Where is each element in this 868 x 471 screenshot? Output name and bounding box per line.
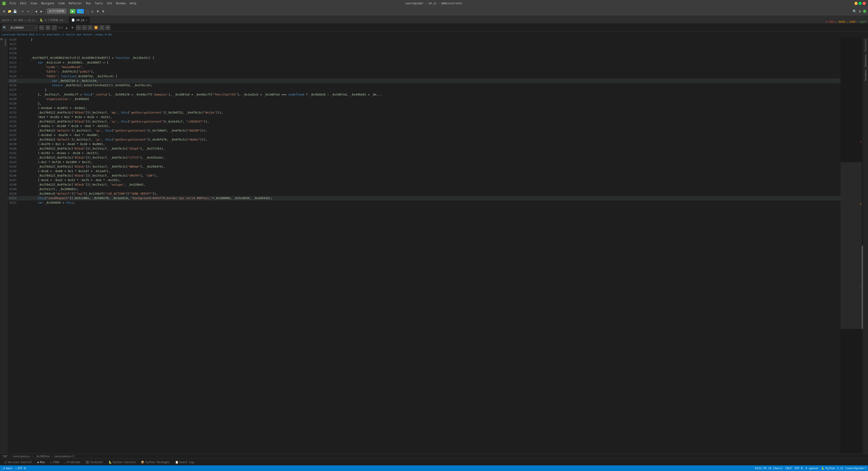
fold-icon[interactable] xyxy=(19,160,23,164)
fold-icon[interactable] xyxy=(19,115,23,120)
fold-icon[interactable] xyxy=(19,79,23,83)
search-filter-1[interactable]: ⇅ xyxy=(76,25,81,30)
fold-icon[interactable] xyxy=(19,69,23,74)
project-tree-icon[interactable] xyxy=(0,38,2,40)
menu-file[interactable]: File xyxy=(8,1,18,5)
fold-icon[interactable] xyxy=(19,101,23,106)
fold-icon[interactable] xyxy=(19,42,23,46)
open-icon[interactable]: 📁 xyxy=(7,9,12,13)
fold-icon[interactable] xyxy=(19,146,23,151)
fold-icon[interactable] xyxy=(19,200,23,205)
fold-icon[interactable] xyxy=(19,65,23,69)
minimize-button[interactable] xyxy=(855,2,858,5)
fold-icon[interactable]: ▾ xyxy=(19,56,23,60)
menu-code[interactable]: Code xyxy=(57,1,67,5)
fold-icon[interactable] xyxy=(19,156,23,160)
bottom-tab-todo[interactable]: ☑ TODO xyxy=(49,460,61,464)
fold-icon[interactable] xyxy=(19,83,23,88)
bottom-tab-python-console[interactable]: 🐍 Python Console xyxy=(106,460,137,464)
fold-icon[interactable] xyxy=(19,151,23,156)
back-icon[interactable]: ◀ xyxy=(34,9,38,13)
tab-close-py[interactable]: ✕ xyxy=(65,19,66,22)
fold-icon[interactable] xyxy=(19,88,23,92)
minimap-scroll[interactable] xyxy=(840,162,863,329)
search-filter-3[interactable]: ⊕ xyxy=(88,25,93,30)
case-sensitive-option[interactable]: Cc xyxy=(39,25,44,30)
undo-icon[interactable]: ↩ xyxy=(21,9,25,13)
replace-button[interactable]: ⇄ 3个别替换 xyxy=(47,8,66,14)
fold-icon[interactable] xyxy=(19,128,23,133)
fold-icon[interactable] xyxy=(19,97,23,101)
position-status[interactable]: 6151:79 (9 chars) xyxy=(755,467,783,470)
search-filter-4[interactable]: 🔽 xyxy=(94,25,98,30)
menu-refactor[interactable]: Refactor xyxy=(67,1,84,5)
fold-icon[interactable] xyxy=(19,137,23,142)
database-tab[interactable]: Database xyxy=(864,69,867,81)
fold-icon[interactable] xyxy=(19,120,23,124)
structure-tab[interactable]: Structure xyxy=(864,38,867,52)
regex-option[interactable]: .* xyxy=(52,25,57,30)
search-next-button[interactable]: ▼ xyxy=(70,26,74,30)
fold-icon[interactable] xyxy=(19,133,23,137)
whole-word-option[interactable]: W xyxy=(45,25,51,30)
more-run-icon[interactable]: ▼ xyxy=(96,9,100,13)
tab-v4js[interactable]: 📄 v4.js ✕ xyxy=(69,17,90,24)
save-icon[interactable]: 💾 xyxy=(12,9,17,13)
bottom-tab-terminal[interactable]: ⬛ Terminal xyxy=(84,460,105,464)
fold-icon[interactable] xyxy=(19,192,23,196)
bottom-tab-version-control[interactable]: ⎇ Version Control xyxy=(2,460,34,464)
forward-icon[interactable]: ▶ xyxy=(39,9,44,13)
user-avatar[interactable] xyxy=(863,10,866,13)
bottom-tab-event-log[interactable]: 📋 Event Log xyxy=(173,460,196,464)
bottom-tab-python-packages[interactable]: 📦 Python Packages xyxy=(139,460,171,464)
fold-icon[interactable]: ▾ xyxy=(19,92,23,97)
search-everywhere-icon[interactable]: 🔍 xyxy=(852,9,857,13)
fold-icon[interactable] xyxy=(19,196,23,200)
encoding-status[interactable]: ⚠ UTF-8 xyxy=(15,467,26,470)
fold-icon[interactable]: ▾ xyxy=(19,74,23,79)
bookmarks-tab[interactable]: Bookmarks xyxy=(864,54,867,68)
menu-navigate[interactable]: Navigate xyxy=(39,1,56,5)
menu-help[interactable]: Help xyxy=(128,1,138,5)
fold-icon[interactable] xyxy=(19,182,23,187)
settings-icon[interactable]: ⚙ xyxy=(858,9,862,13)
bottom-tab-problems[interactable]: ⚠ Problems xyxy=(63,460,82,464)
minimap-thumb[interactable] xyxy=(862,245,863,329)
line-ending-status[interactable]: CRLF xyxy=(785,467,792,470)
search-filter-6[interactable]: ▼ xyxy=(105,25,110,30)
fold-icon[interactable] xyxy=(19,46,23,51)
search-close[interactable]: ✕ xyxy=(35,26,37,29)
indent-status[interactable]: 4 spaces xyxy=(806,467,819,470)
menu-view[interactable]: View xyxy=(29,1,39,5)
fold-icon[interactable]: ▾ xyxy=(19,60,23,65)
fold-icon[interactable] xyxy=(19,110,23,115)
fold-icon[interactable] xyxy=(19,187,23,192)
search-prev-button[interactable]: ▲ xyxy=(64,26,69,30)
stop-icon[interactable]: ⬛ xyxy=(85,9,89,13)
fold-icon[interactable] xyxy=(19,51,23,56)
encoding-status-right[interactable]: UTF-8 xyxy=(795,467,803,470)
debug-button[interactable]: 🐛 xyxy=(77,9,84,13)
menu-vcs[interactable]: VCS xyxy=(105,1,114,5)
search-filter-5[interactable]: ⊘ xyxy=(99,25,104,30)
search-filter-2[interactable]: ≡ xyxy=(82,25,87,30)
new-file-icon[interactable]: ⊞ xyxy=(2,9,6,13)
fold-icon[interactable] xyxy=(19,178,23,182)
learn-tab[interactable]: Learn xyxy=(4,38,7,47)
python-version-status[interactable]: 🐍 Python 3.11 (LearnSpider) xyxy=(821,467,866,470)
fold-icon[interactable] xyxy=(19,173,23,178)
reload-icon[interactable]: ↻ xyxy=(90,9,95,13)
redo-icon[interactable]: ↪ xyxy=(26,9,30,13)
git-branch[interactable]: ⎇ main xyxy=(2,467,12,470)
bottom-tab-run[interactable]: ▶ Run xyxy=(36,460,46,464)
menu-run[interactable]: Run xyxy=(84,1,93,5)
tab-replace-py[interactable]: 🐍 3:个别替换.py ✕ xyxy=(37,17,69,24)
tab-close-js[interactable]: ✕ xyxy=(86,19,87,22)
fold-icon[interactable] xyxy=(19,124,23,128)
fold-icon[interactable] xyxy=(19,37,23,42)
menu-window[interactable]: Window xyxy=(114,1,128,5)
search-input[interactable] xyxy=(7,26,34,30)
code-editor[interactable]: 6116 }6117611861196120▾ _0x379d2f[_0x3d5… xyxy=(8,37,840,453)
fold-icon[interactable] xyxy=(19,169,23,173)
menu-tools[interactable]: Tools xyxy=(93,1,105,5)
